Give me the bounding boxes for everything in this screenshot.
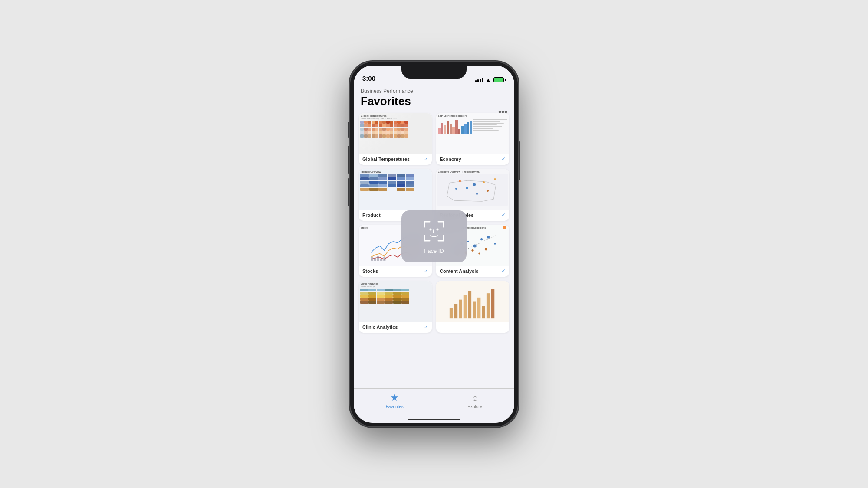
tab-bar: ★ Favorites ⌕ Explore [354,388,514,423]
tab-explore-label: Explore [467,404,482,409]
svg-point-15 [478,252,480,254]
explore-icon: ⌕ [472,392,478,403]
volume-up-button[interactable] [348,146,349,174]
face-id-icon [421,218,447,244]
face-id-label: Face ID [424,248,444,254]
svg-rect-19 [454,304,457,318]
tab-explore[interactable]: ⌕ Explore [467,392,482,409]
card-thumb-economy: S&P Economic Indicators [436,113,509,154]
phone-frame: 3:00 ▲ [349,61,519,427]
card-label: Stocks ✓ [359,266,432,277]
svg-point-14 [471,249,473,251]
phone-body: 3:00 ▲ [349,61,519,427]
tab-favorites-label: Favorites [386,404,404,409]
card-check-regional-sales: ✓ [501,212,506,218]
card-thumb-clinic-analytics: Clinic Analytics Patient Volume (M) [359,281,432,322]
card-thumb-regional-sales: Executive Overview - Profitability US [436,169,509,210]
card-thumb-global-temperatures: Global Temperatures Select date · Januar… [359,113,432,154]
card-clinic-analytics[interactable]: Clinic Analytics Patient Volume (M) [359,281,432,333]
main-content: Business Performance Favorites ••• Globa… [354,85,514,388]
svg-point-29 [437,229,439,231]
mute-button[interactable] [348,122,349,138]
card-name-clinic-analytics: Clinic Analytics [362,324,398,330]
card-thumb-bar-chart [436,281,509,322]
svg-point-9 [480,238,483,240]
card-check-content-analysis: ✓ [501,268,506,274]
svg-point-10 [487,236,490,238]
card-name-global-temperatures: Global Temperatures [362,157,410,162]
header-subtitle: Business Performance [361,88,507,94]
svg-rect-26 [487,293,490,318]
svg-rect-1 [374,258,376,260]
card-label: Economy ✓ [436,154,509,165]
svg-rect-3 [380,259,382,260]
notch [401,66,467,79]
home-indicator [408,419,460,420]
svg-rect-18 [450,308,453,318]
card-check-economy: ✓ [501,156,506,162]
phone-screen: 3:00 ▲ [354,66,514,423]
face-id-overlay: Face ID [401,210,467,262]
favorites-icon: ★ [390,392,399,403]
card-label [436,322,509,327]
page-header: Business Performance Favorites [354,85,514,110]
power-button[interactable] [519,141,520,180]
card-name-economy: Economy [440,157,461,162]
svg-rect-21 [464,295,467,318]
card-name-stocks: Stocks [362,269,378,274]
signal-icon [475,78,483,82]
card-label: Clinic Analytics ✓ [359,322,432,333]
card-thumb-product: Product Overview [359,169,432,210]
card-label: Global Temperatures ✓ [359,154,432,165]
status-time: 3:00 [362,75,375,83]
status-icons: ▲ [475,77,506,83]
svg-rect-4 [383,257,385,260]
svg-rect-27 [491,289,495,318]
svg-rect-2 [377,256,379,260]
svg-point-7 [467,240,469,242]
volume-down-button[interactable] [348,178,349,206]
svg-rect-25 [482,306,485,318]
card-economy[interactable]: S&P Economic Indicators [436,113,509,165]
svg-rect-22 [468,291,471,318]
card-name-product: Product [362,213,381,218]
svg-rect-23 [473,301,476,318]
card-global-temperatures[interactable]: Global Temperatures Select date · Januar… [359,113,432,165]
svg-point-11 [494,242,496,244]
tab-favorites[interactable]: ★ Favorites [386,392,404,409]
card-check-global-temperatures: ✓ [424,156,428,162]
battery-icon [493,77,506,82]
wifi-icon: ▲ [486,77,491,83]
card-label: Content Analysis ✓ [436,266,509,277]
svg-point-8 [473,244,477,247]
card-check-stocks: ✓ [424,268,428,274]
card-bar-chart[interactable] [436,281,509,333]
card-name-content-analysis: Content Analysis [440,269,478,274]
svg-point-28 [430,229,432,231]
svg-rect-0 [371,257,373,260]
svg-rect-24 [477,297,481,318]
svg-point-16 [485,248,487,250]
card-check-clinic-analytics: ✓ [424,324,428,330]
svg-rect-20 [459,299,462,318]
page-title: Favorites [361,95,507,108]
